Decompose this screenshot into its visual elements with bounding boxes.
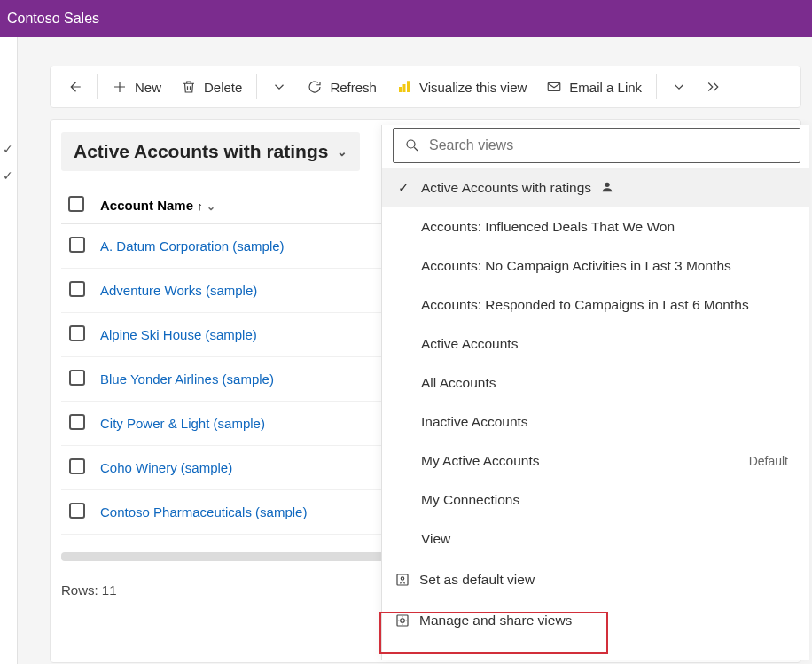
view-label: My Active Accounts	[421, 453, 540, 469]
view-option[interactable]: ✓ Active Accounts with ratings	[382, 168, 809, 207]
view-list: ✓ Active Accounts with ratings Accounts:…	[382, 168, 809, 559]
svg-point-4	[407, 140, 415, 148]
checkbox-icon[interactable]	[69, 370, 85, 386]
app-bar: Contoso Sales	[0, 0, 812, 37]
view-label: Accounts: Responded to Campaigns in Last…	[421, 297, 749, 313]
view-label: Active Accounts with ratings	[421, 180, 591, 196]
svg-rect-1	[402, 84, 405, 92]
view-label: Accounts: Influenced Deals That We Won	[421, 219, 675, 235]
settings-box-icon	[394, 613, 410, 629]
view-option[interactable]: My Connections	[382, 480, 809, 519]
search-views-container[interactable]	[393, 128, 800, 163]
view-option[interactable]: Accounts: Influenced Deals That We Won	[382, 207, 809, 246]
delete-label: Delete	[204, 80, 242, 95]
horizontal-scrollbar[interactable]	[61, 552, 389, 561]
svg-point-9	[401, 619, 405, 623]
chevron-down-icon	[671, 79, 687, 95]
manage-share-label: Manage and share views	[419, 613, 572, 629]
checkbox-icon[interactable]	[69, 237, 85, 253]
trash-icon	[181, 79, 197, 95]
check-icon: ✓	[394, 180, 412, 196]
chevron-down-icon	[271, 79, 287, 95]
set-default-label: Set as default view	[419, 572, 535, 588]
arrow-left-icon	[66, 79, 82, 95]
view-label: View	[421, 531, 450, 547]
chevron-down-icon: ⌄	[337, 145, 347, 159]
email-split-button[interactable]	[666, 73, 692, 101]
separator	[97, 74, 98, 99]
flow-icon	[707, 79, 722, 95]
rail-check-icon: ✓	[3, 142, 13, 156]
svg-point-5	[605, 182, 609, 186]
back-button[interactable]	[61, 73, 88, 101]
delete-button[interactable]: Delete	[176, 73, 247, 101]
svg-rect-2	[407, 81, 410, 92]
checkbox-icon	[68, 196, 84, 212]
command-bar: New Delete Refresh Visualize this view E…	[50, 66, 801, 108]
separator	[656, 74, 657, 99]
checkbox-icon[interactable]	[69, 325, 85, 341]
views-popup: ✓ Active Accounts with ratings Accounts:…	[381, 125, 809, 660]
view-label: Active Accounts	[421, 336, 518, 352]
refresh-label: Refresh	[330, 80, 377, 95]
checkbox-icon[interactable]	[69, 281, 85, 297]
view-label: All Accounts	[421, 375, 496, 391]
view-option[interactable]: My Active AccountsDefault	[382, 441, 809, 480]
svg-point-7	[401, 577, 403, 580]
flow-button[interactable]	[701, 73, 728, 101]
view-option[interactable]: Accounts: No Campaign Activities in Last…	[382, 246, 809, 285]
checkbox-icon[interactable]	[69, 503, 85, 519]
search-icon	[404, 137, 420, 153]
search-views-input[interactable]	[429, 137, 789, 153]
visualize-label: Visualize this view	[419, 80, 527, 95]
visualize-button[interactable]: Visualize this view	[391, 73, 532, 101]
refresh-icon	[307, 79, 323, 95]
rail-check-icon: ✓	[3, 168, 13, 183]
popup-footer: Set as default view Manage and share vie…	[382, 559, 809, 641]
email-link-button[interactable]: Email a Link	[541, 73, 647, 101]
view-selector[interactable]: Active Accounts with ratings ⌄	[61, 132, 360, 171]
view-name: Active Accounts with ratings	[74, 141, 328, 162]
checkbox-icon[interactable]	[69, 414, 85, 430]
set-default-view-button[interactable]: Set as default view	[382, 559, 809, 600]
svg-rect-0	[399, 87, 402, 92]
email-label: Email a Link	[569, 80, 642, 95]
view-label: Inactive Accounts	[421, 414, 528, 430]
app-title: Contoso Sales	[7, 11, 99, 27]
mail-icon	[546, 79, 562, 95]
view-option[interactable]: Inactive Accounts	[382, 402, 809, 441]
new-label: New	[135, 80, 161, 95]
view-label: Accounts: No Campaign Activities in Last…	[421, 258, 731, 274]
left-rail: ✓ ✓	[0, 37, 18, 664]
svg-rect-3	[549, 83, 561, 91]
chevron-down-icon: ⌄	[207, 200, 215, 213]
plus-icon	[112, 79, 128, 95]
view-option[interactable]: All Accounts	[382, 363, 809, 402]
view-option[interactable]: Accounts: Responded to Campaigns in Last…	[382, 285, 809, 324]
view-label: My Connections	[421, 492, 519, 508]
manage-share-views-button[interactable]: Manage and share views	[382, 600, 809, 641]
column-label: Account Name	[100, 198, 193, 213]
checkbox-icon[interactable]	[69, 458, 85, 474]
person-icon	[600, 180, 614, 197]
view-option[interactable]: Active Accounts	[382, 324, 809, 363]
powerbi-icon	[396, 79, 412, 95]
pin-icon	[394, 572, 410, 588]
separator	[256, 74, 257, 99]
refresh-button[interactable]: Refresh	[301, 73, 382, 101]
view-option[interactable]: View	[382, 519, 809, 559]
default-badge: Default	[749, 454, 797, 468]
sort-asc-icon: ↑	[197, 199, 203, 213]
delete-split-button[interactable]	[266, 73, 293, 101]
select-all-header[interactable]	[61, 187, 93, 224]
new-button[interactable]: New	[106, 73, 167, 101]
